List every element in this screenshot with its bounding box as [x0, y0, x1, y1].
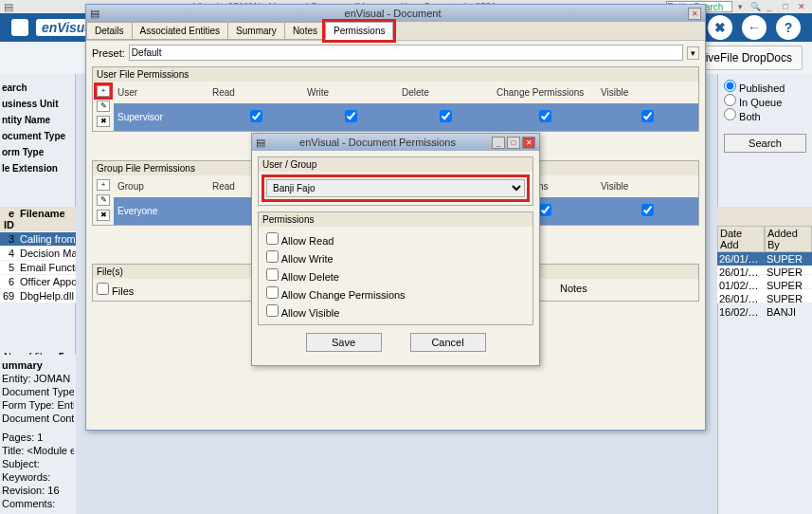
add-user-perm-icon[interactable]: + [97, 85, 110, 97]
right-sidebar: Published In Queue Both Search Date Add … [717, 74, 812, 514]
file-row[interactable]: 6Officer Appointi… [0, 275, 76, 289]
col-change-perm[interactable]: Change Permissions [493, 82, 597, 103]
dialog-icon: ▤ [256, 137, 265, 149]
radio-published[interactable]: Published [724, 83, 785, 94]
save-button[interactable]: Save [306, 333, 382, 352]
del-group-perm-icon[interactable]: ✖ [97, 210, 110, 221]
radio-in-queue[interactable]: In Queue [724, 97, 782, 108]
filter-business-unit[interactable]: usiness Unit [2, 96, 73, 112]
col-added-by[interactable]: Added By [765, 226, 812, 252]
col-date-added[interactable]: Date Add [717, 226, 765, 252]
app-minimize-icon[interactable]: _ [763, 2, 776, 13]
permissions-dialog: ▤ enVisual - Document Permissions _ □ ✕ … [251, 133, 540, 366]
edit-group-perm-icon[interactable]: ✎ [97, 194, 110, 206]
radio-both[interactable]: Both [724, 111, 761, 122]
col-read[interactable]: Read [208, 82, 303, 103]
col-visible[interactable]: Visible [597, 175, 698, 197]
col-delete[interactable]: Delete [398, 82, 493, 103]
filter-search[interactable]: earch [2, 80, 73, 96]
col-user[interactable]: User [114, 82, 208, 103]
dialog-close-icon[interactable]: ✕ [522, 137, 535, 149]
document-window-title: enVisual - Document [99, 8, 686, 19]
log-row[interactable]: 26/01/…SUPER [717, 266, 812, 279]
user-group-label: User / Group [259, 157, 532, 172]
del-user-perm-icon[interactable]: ✖ [97, 116, 110, 127]
add-group-perm-icon[interactable]: + [97, 179, 110, 191]
preset-label: Preset: [92, 47, 125, 59]
log-table: Date Add Added By 26/01/…SUPER 26/01/…SU… [717, 226, 812, 319]
log-row[interactable]: 16/02/…BANJI [717, 305, 812, 319]
allow-change-checkbox[interactable]: Allow Change Permissions [266, 285, 525, 303]
visible-checkbox[interactable] [641, 110, 654, 122]
delete-checkbox[interactable] [440, 110, 452, 122]
filter-sidebar: earch usiness Unit ntity Name ocument Ty… [0, 74, 76, 514]
dialog-minimize-icon[interactable]: _ [492, 137, 505, 149]
file-row[interactable]: 69DbgHelp.dll [0, 289, 76, 303]
filter-file-extension[interactable]: le Extension [2, 160, 73, 176]
summary-panel: ummary Entity: JOMAN Document Type: Com … [0, 355, 76, 514]
allow-visible-checkbox[interactable]: Allow Visible [266, 303, 525, 321]
filter-entity-name[interactable]: ntity Name [2, 112, 73, 128]
files-checkbox[interactable] [97, 283, 109, 295]
back-arrow-icon[interactable]: ← [742, 15, 767, 40]
user-file-permissions: User File Permissions + ✎ ✖ User Read Wr… [92, 66, 699, 132]
log-row[interactable]: 26/01/…SUPER [717, 252, 812, 266]
permissions-label: Permissions [259, 212, 532, 227]
write-checkbox[interactable] [345, 110, 357, 122]
file-row[interactable]: 3Calling from enPr… [0, 232, 76, 247]
user-group-select[interactable]: Banji Fajo [266, 179, 525, 197]
change-checkbox[interactable] [539, 110, 551, 122]
app-maximize-icon[interactable]: □ [779, 2, 792, 13]
read-checkbox[interactable] [250, 110, 262, 122]
summary-header: ummary [2, 358, 74, 372]
dialog-maximize-icon[interactable]: □ [507, 137, 520, 149]
permissions-dialog-title: enVisual - Document Permissions [265, 137, 490, 148]
tab-associated-entities[interactable]: Associated Entities [132, 22, 229, 40]
log-row[interactable]: 26/01/…SUPER [717, 292, 812, 305]
window-icon: ▤ [90, 8, 99, 20]
filter-form-type[interactable]: orm Type [2, 144, 73, 160]
tab-details[interactable]: Details [86, 22, 133, 40]
log-row[interactable]: 01/02/…SUPER [717, 279, 812, 292]
col-filename[interactable]: Filename [17, 207, 76, 231]
file-row[interactable]: 4Decision Mainten… [0, 247, 76, 261]
window-close-icon[interactable]: ✕ [688, 8, 701, 20]
search-button[interactable]: Search [724, 134, 806, 153]
help-icon[interactable]: ? [776, 15, 801, 40]
allow-delete-checkbox[interactable]: Allow Delete [266, 266, 525, 285]
allow-write-checkbox[interactable]: Allow Write [266, 248, 525, 266]
filter-document-type[interactable]: ocument Type [2, 128, 73, 144]
tab-notes[interactable]: Notes [284, 22, 326, 40]
search-dropdown-icon[interactable]: ▾ [734, 0, 748, 13]
preset-dropdown-icon[interactable]: ▾ [687, 46, 699, 60]
allow-read-checkbox[interactable]: Allow Read [266, 230, 525, 248]
tab-permissions[interactable]: Permissions [325, 22, 393, 40]
app-close-icon[interactable]: ✕ [795, 2, 808, 13]
col-visible[interactable]: Visible [597, 82, 698, 103]
col-id[interactable]: e ID [0, 207, 17, 231]
edit-user-perm-icon[interactable]: ✎ [97, 101, 110, 112]
tab-summary[interactable]: Summary [227, 22, 285, 40]
file-row[interactable]: 5Email Functionali… [0, 261, 76, 275]
titlebar-icon: ▤ [4, 1, 13, 13]
preset-select[interactable] [129, 45, 683, 61]
search-go-icon[interactable]: 🔍 [749, 0, 763, 13]
col-write[interactable]: Write [303, 82, 398, 103]
tools-icon[interactable]: ✖ [708, 15, 732, 40]
file-listing: e ID Filename 3Calling from enPr… 4Decis… [0, 207, 76, 303]
group-visible-checkbox[interactable] [641, 204, 654, 216]
user-perm-row[interactable]: Supervisor [114, 103, 698, 131]
nav-back-icon[interactable] [11, 19, 28, 36]
group-perm-checkbox[interactable] [539, 204, 551, 216]
col-group[interactable]: Group [114, 175, 208, 197]
cancel-button[interactable]: Cancel [410, 333, 486, 352]
